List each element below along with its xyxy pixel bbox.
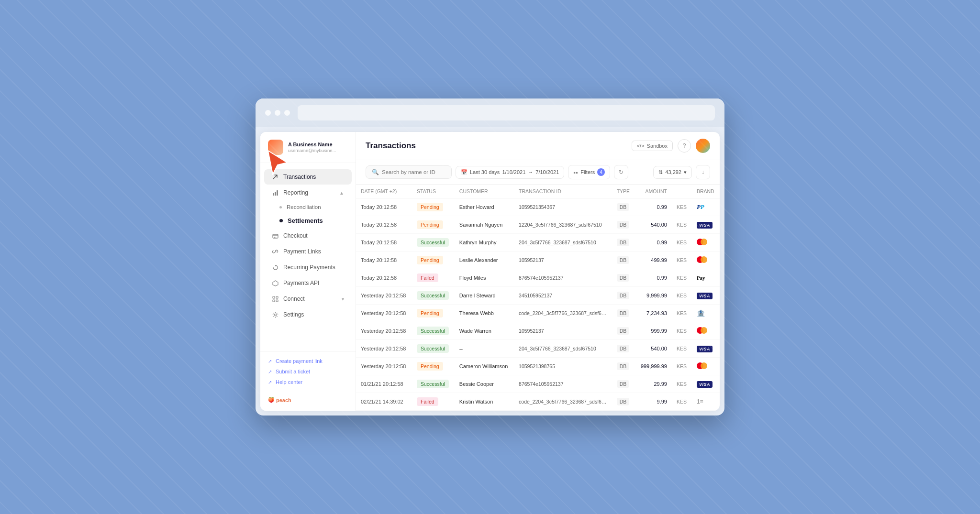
submit-ticket-label: Submit a ticket (276, 369, 310, 374)
connect-icon (272, 295, 278, 302)
cell-customer: Bessie Cooper (455, 375, 514, 393)
table-row[interactable]: Today 20:12:58 Pending Leslie Alexander … (356, 252, 720, 269)
sidebar-item-transactions[interactable]: Transactions (264, 169, 352, 185)
svg-rect-3 (273, 234, 278, 238)
search-box[interactable]: 🔍 (366, 165, 452, 179)
sidebar-item-payments-api-label: Payments API (283, 280, 319, 286)
applepay-icon: Pay (697, 275, 705, 281)
sidebar-item-reconciliation[interactable]: Reconciliation (264, 201, 352, 213)
sandbox-badge[interactable]: </> Sandbox (632, 141, 673, 151)
filter-icon: ⚏ (573, 169, 578, 175)
cell-brand (692, 234, 720, 252)
cell-transaction-id: 105952137 (514, 252, 612, 269)
refresh-button[interactable]: ↻ (614, 165, 628, 179)
submit-ticket-link[interactable]: ↗ Submit a ticket (268, 366, 348, 377)
cell-amount: 540.00 (635, 216, 672, 234)
svg-rect-1 (275, 192, 276, 196)
url-bar[interactable] (298, 105, 715, 120)
cell-customer: Wade Warren (455, 322, 514, 340)
sidebar-item-connect[interactable]: Connect ▾ (264, 291, 352, 306)
help-center-icon: ↗ (268, 380, 272, 385)
help-button[interactable]: ? (678, 139, 691, 153)
sidebar-nav: Transactions Reporting ▲ (260, 167, 356, 351)
table-row[interactable]: Yesterday 20:12:58 Successful Wade Warre… (356, 322, 720, 340)
table-row[interactable]: Today 20:12:58 Successful Kathryn Murphy… (356, 234, 720, 252)
table-row[interactable]: Yesterday 20:12:58 Successful -- 204_3c5… (356, 340, 720, 358)
cell-type: DB (612, 287, 635, 305)
search-input[interactable] (382, 169, 444, 175)
cell-date: Today 20:12:58 (356, 252, 412, 269)
cell-type: DB (612, 234, 635, 252)
cell-date: Yesterday 20:12:58 (356, 322, 412, 340)
visa-icon: VISA (697, 346, 713, 352)
paypal-icon: P (697, 203, 701, 210)
col-transaction-id: TRANSACTION ID (514, 185, 612, 198)
date-arrow: → (528, 169, 533, 175)
cell-currency: KES (672, 340, 692, 358)
cell-amount: 0.99 (635, 269, 672, 287)
cell-amount: 999.99 (635, 322, 672, 340)
sandbox-label: Sandbox (647, 143, 668, 149)
filters-button[interactable]: ⚏ Filters 4 (568, 165, 610, 179)
table-row[interactable]: Today 20:12:58 Failed Floyd Miles 876574… (356, 269, 720, 287)
visa-icon: VISA (697, 293, 713, 299)
sidebar-item-reporting[interactable]: Reporting ▲ (264, 185, 352, 200)
sidebar-item-settlements[interactable]: Settlements (264, 214, 352, 228)
sidebar-item-payments-api[interactable]: Payments API (264, 275, 352, 291)
cell-status: Successful (412, 340, 455, 358)
cell-customer: Savannah Nguyen (455, 216, 514, 234)
browser-chrome (256, 98, 724, 127)
cell-date: Today 20:12:58 (356, 234, 412, 252)
mastercard-icon (697, 362, 707, 369)
create-payment-link[interactable]: ↗ Create payment link (268, 356, 348, 366)
cell-status: Pending (412, 358, 455, 375)
cell-transaction-id: 105952137 (514, 322, 612, 340)
cell-date: Yesterday 20:12:58 (356, 305, 412, 322)
sidebar-item-settings[interactable]: Settings (264, 307, 352, 322)
sidebar-item-checkout[interactable]: Checkout (264, 228, 352, 243)
sidebar-item-payment-links[interactable]: Payment Links (264, 244, 352, 259)
help-center-link[interactable]: ↗ Help center (268, 377, 348, 387)
table-row[interactable]: Yesterday 20:12:58 Pending Theresa Webb … (356, 305, 720, 322)
table-row[interactable]: Today 20:12:58 Pending Esther Howard 105… (356, 198, 720, 216)
table-row[interactable]: 02/21/21 14:39:02 Failed Kristin Watson … (356, 393, 720, 411)
cell-brand (692, 322, 720, 340)
cell-currency: KES (672, 198, 692, 216)
col-customer: CUSTOMER (455, 185, 514, 198)
filter-count: 4 (597, 168, 605, 176)
filter-label: Filters (580, 169, 595, 175)
cell-brand: VISA (692, 216, 720, 234)
date-range-filter[interactable]: 📅 Last 30 days 1/10/2021 → 7/10/2021 (456, 166, 564, 179)
sort-icon: ⇅ (658, 169, 663, 175)
cell-amount: 7,234.93 (635, 305, 672, 322)
table-row[interactable]: Yesterday 20:12:58 Pending Cameron Willi… (356, 358, 720, 375)
visa-icon: VISA (697, 222, 713, 229)
cell-type: DB (612, 305, 635, 322)
main-content: Transactions </> Sandbox ? 🔍 (356, 132, 720, 411)
table-row[interactable]: Today 20:12:58 Pending Savannah Nguyen 1… (356, 216, 720, 234)
settlements-dot (279, 219, 283, 222)
sidebar-item-payment-links-label: Payment Links (283, 248, 321, 255)
cell-type: DB (612, 252, 635, 269)
cell-transaction-id: 876574e105952137 (514, 375, 612, 393)
cell-status: Pending (412, 252, 455, 269)
sidebar: A Business Name username@mybusine... Tra… (260, 132, 356, 411)
cell-currency: KES (672, 322, 692, 340)
cell-transaction-id: code_2204_3c5f7766_323687_sdsf67510 (514, 393, 612, 411)
page-title: Transactions (366, 141, 626, 151)
table-row[interactable]: Yesterday 20:12:58 Successful Darrell St… (356, 287, 720, 305)
reporting-chevron: ▲ (339, 190, 344, 196)
count-selector[interactable]: ⇅ 43,292 ▾ (653, 166, 692, 179)
cell-transaction-id: 1059521354367 (514, 198, 612, 216)
user-avatar[interactable] (696, 139, 710, 153)
sidebar-item-recurring-payments[interactable]: Recurring Payments (264, 260, 352, 275)
cell-brand: VISA (692, 340, 720, 358)
svg-rect-5 (273, 296, 275, 298)
peach-icon: 🍑 (268, 397, 275, 403)
download-button[interactable]: ↓ (696, 165, 710, 179)
create-payment-label: Create payment link (276, 358, 323, 364)
svg-point-9 (274, 314, 276, 316)
peach-logo: 🍑 peach (268, 397, 348, 403)
cell-customer: Theresa Webb (455, 305, 514, 322)
table-row[interactable]: 01/21/21 20:12:58 Successful Bessie Coop… (356, 375, 720, 393)
